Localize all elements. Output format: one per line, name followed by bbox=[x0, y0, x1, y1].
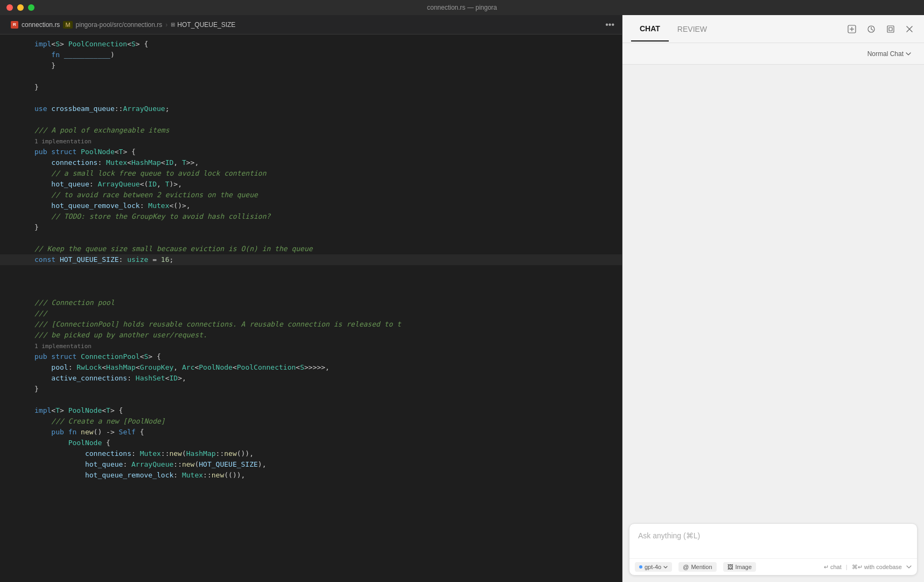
mention-icon: @ bbox=[683, 564, 689, 570]
code-line: // TODO: store the GroupKey to avoid has… bbox=[0, 211, 622, 222]
code-line: // to avoid race between 2 evictions on … bbox=[0, 190, 622, 200]
code-line: pub struct PoolNode<T> { bbox=[0, 147, 622, 157]
title-bar: connection.rs — pingora bbox=[0, 0, 924, 15]
code-line: connections: Mutex::new(HashMap::new()), bbox=[0, 448, 622, 459]
hotqueue-icon: ⊞ bbox=[171, 22, 175, 27]
chat-input[interactable] bbox=[629, 524, 917, 556]
code-line: active_connections: HashSet<ID>, bbox=[0, 373, 622, 384]
code-line: pub struct ConnectionPool<S> { bbox=[0, 351, 622, 362]
code-editor[interactable]: impl<S> PoolConnection<S> { fn _________… bbox=[0, 34, 622, 582]
chat-pane: CHAT REVIEW bbox=[622, 15, 924, 582]
code-line: PoolNode { bbox=[0, 438, 622, 448]
code-line: /// [ConnectionPool] holds reusable conn… bbox=[0, 319, 622, 330]
breadcrumb-hotqueue: ⊞ HOT_QUEUE_SIZE bbox=[171, 21, 235, 29]
code-line: } bbox=[0, 82, 622, 93]
expand-button[interactable] bbox=[884, 23, 897, 36]
code-line-hot-queue: const HOT_QUEUE_SIZE: usize = 16; bbox=[0, 254, 622, 265]
code-line: pub fn new() -> Self { bbox=[0, 427, 622, 438]
code-line bbox=[0, 233, 622, 244]
chat-input-container: gpt-4o @ Mention 🖼 Image ↵ chat | bbox=[629, 523, 918, 576]
code-line: // a small lock free queue to avoid lock… bbox=[0, 168, 622, 179]
image-button[interactable]: 🖼 Image bbox=[723, 562, 757, 572]
code-line: 1 implementation bbox=[0, 136, 622, 147]
tab-more-button[interactable]: ••• bbox=[602, 19, 618, 31]
mention-button[interactable]: @ Mention bbox=[678, 562, 716, 572]
hotqueue-label: HOT_QUEUE_SIZE bbox=[177, 21, 235, 29]
tab-filename: connection.rs bbox=[22, 21, 60, 29]
code-line: connections: Mutex<HashMap<ID, T>>, bbox=[0, 157, 622, 168]
window-title: connection.rs — pingora bbox=[427, 4, 497, 11]
svg-rect-4 bbox=[887, 26, 894, 32]
chat-input-toolbar: gpt-4o @ Mention 🖼 Image ↵ chat | bbox=[629, 558, 917, 575]
traffic-lights bbox=[6, 4, 34, 11]
code-line: /// Create a new [PoolNode] bbox=[0, 416, 622, 427]
main-container: R connection.rs M pingora-pool/src/conne… bbox=[0, 15, 924, 582]
chat-header: CHAT REVIEW bbox=[622, 15, 924, 43]
chat-mode-dropdown[interactable]: Normal Chat bbox=[863, 48, 915, 60]
close-button[interactable] bbox=[6, 4, 13, 11]
file-tab[interactable]: R connection.rs M pingora-pool/src/conne… bbox=[4, 19, 242, 31]
code-line bbox=[0, 114, 622, 125]
maximize-button[interactable] bbox=[28, 4, 34, 11]
code-line: fn ___________) bbox=[0, 50, 622, 60]
mention-label: Mention bbox=[691, 564, 712, 570]
shortcut-separator: | bbox=[846, 564, 848, 570]
code-line: hot_queue_remove_lock: Mutex<()>, bbox=[0, 200, 622, 211]
tab-breadcrumb: pingora-pool/src/connection.rs bbox=[76, 21, 163, 29]
code-line: use crossbeam_queue::ArrayQueue; bbox=[0, 103, 622, 114]
svg-rect-5 bbox=[889, 27, 892, 31]
chat-mode-label: Normal Chat bbox=[867, 50, 904, 58]
minimize-button[interactable] bbox=[17, 4, 24, 11]
code-line: /// bbox=[0, 308, 622, 319]
code-line: } bbox=[0, 60, 622, 71]
code-line bbox=[0, 93, 622, 103]
code-line: impl<T> PoolNode<T> { bbox=[0, 405, 622, 416]
code-line bbox=[0, 276, 622, 287]
code-line bbox=[0, 287, 622, 297]
add-chat-button[interactable] bbox=[845, 23, 858, 36]
code-line: 1 implementation bbox=[0, 341, 622, 351]
chat-shortcut: ↵ chat bbox=[824, 564, 842, 571]
tab-chat[interactable]: CHAT bbox=[631, 17, 669, 41]
code-line bbox=[0, 265, 622, 276]
image-icon: 🖼 bbox=[727, 564, 733, 570]
close-chat-button[interactable] bbox=[904, 23, 915, 35]
code-line: } bbox=[0, 222, 622, 233]
code-line bbox=[0, 71, 622, 82]
tab-bar: R connection.rs M pingora-pool/src/conne… bbox=[0, 15, 622, 34]
breadcrumb-separator: › bbox=[165, 21, 167, 29]
tab-modified-indicator: M bbox=[63, 21, 72, 29]
model-selector[interactable]: gpt-4o bbox=[635, 562, 672, 572]
code-line: } bbox=[0, 384, 622, 394]
rust-file-icon: R bbox=[11, 21, 18, 29]
code-line: /// Connection pool bbox=[0, 297, 622, 308]
chat-body[interactable] bbox=[622, 65, 924, 517]
code-line: /// A pool of exchangeable items bbox=[0, 125, 622, 136]
code-line: /// be picked up by another user/request… bbox=[0, 330, 622, 341]
chat-mode-bar: Normal Chat bbox=[622, 43, 924, 65]
code-line bbox=[0, 394, 622, 405]
model-dot bbox=[639, 565, 642, 569]
code-line: hot_queue: ArrayQueue<(ID, T)>, bbox=[0, 179, 622, 190]
code-line: hot_queue: ArrayQueue::new(HOT_QUEUE_SIZ… bbox=[0, 459, 622, 470]
toolbar-right: ↵ chat | ⌘↵ with codebase bbox=[824, 564, 912, 571]
code-line: impl<S> PoolConnection<S> { bbox=[0, 39, 622, 50]
image-label: Image bbox=[736, 564, 752, 570]
history-button[interactable] bbox=[865, 23, 878, 36]
code-line: hot_queue_remove_lock: Mutex::new(()), bbox=[0, 470, 622, 481]
codebase-shortcut: ⌘↵ with codebase bbox=[852, 564, 902, 571]
editor-pane: R connection.rs M pingora-pool/src/conne… bbox=[0, 15, 622, 582]
model-label: gpt-4o bbox=[645, 564, 661, 570]
chat-header-actions bbox=[845, 23, 915, 36]
tab-review[interactable]: REVIEW bbox=[669, 17, 716, 41]
code-line: pool: RwLock<HashMap<GroupKey, Arc<PoolN… bbox=[0, 362, 622, 373]
code-line: // Keep the queue size small because evi… bbox=[0, 244, 622, 254]
